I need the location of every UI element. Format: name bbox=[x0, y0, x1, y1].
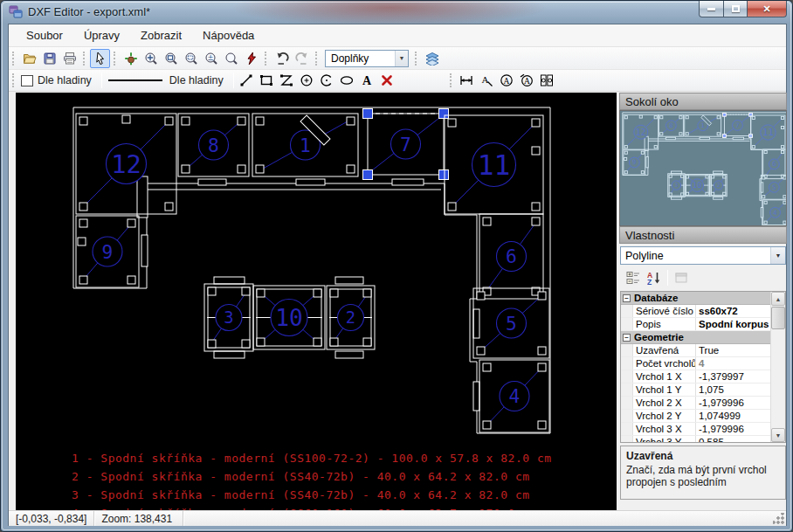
alphabetical-sort-button[interactable]: AZ bbox=[644, 268, 665, 287]
property-value[interactable]: 1,075 bbox=[696, 383, 771, 396]
svg-text:6: 6 bbox=[506, 245, 517, 267]
drawing-canvas[interactable]: 128171196543102 1 - Spodní skříňka - mod… bbox=[16, 93, 617, 511]
property-description-text: Značí, zda má být první vrchol propojen … bbox=[626, 464, 780, 488]
menu-item-napoveda[interactable]: Nápověda bbox=[192, 25, 265, 45]
print-button[interactable] bbox=[59, 49, 79, 68]
property-label: Vrchol 1 Y bbox=[633, 383, 696, 396]
svg-text:A: A bbox=[504, 77, 510, 86]
dimension-circle-alt-button[interactable]: A bbox=[517, 71, 537, 90]
color-by-layer-swatch[interactable] bbox=[21, 75, 33, 86]
categorized-view-button[interactable] bbox=[623, 268, 644, 287]
property-grid-scrollbar[interactable]: ▲ ▼ bbox=[770, 292, 785, 442]
menu-item-soubor[interactable]: Soubor bbox=[16, 25, 73, 45]
property-label: Vrchol 3 X bbox=[633, 423, 696, 435]
property-row[interactable]: Vrchol 3 Y0,585 bbox=[621, 436, 771, 443]
property-value[interactable]: 0,585 bbox=[696, 436, 771, 443]
redo-button[interactable] bbox=[292, 49, 312, 68]
dimension-circle-button[interactable]: A bbox=[497, 71, 517, 90]
svg-text:4: 4 bbox=[773, 209, 777, 217]
dim-text-icon: A bbox=[479, 73, 493, 87]
zoom-inout-icon: ± bbox=[204, 52, 218, 66]
undo-button[interactable] bbox=[272, 49, 292, 68]
ellipse-tool-button[interactable] bbox=[337, 71, 357, 90]
property-row[interactable]: Vrchol 3 X-1,979996 bbox=[621, 423, 771, 436]
minimize-icon bbox=[707, 8, 715, 10]
client-area: SouborÚpravyZobrazitNápověda ±Doplňky▼ D… bbox=[8, 24, 787, 526]
chevron-down-icon[interactable]: ▼ bbox=[770, 247, 785, 264]
zoom-button[interactable] bbox=[221, 49, 241, 68]
property-description-title: Uzavřená bbox=[626, 450, 780, 462]
cad-annotation-text: 1 - Spodní skříňka - moderní (SS100-72-2… bbox=[72, 449, 552, 511]
property-value[interactable]: -1,379997 bbox=[696, 370, 771, 383]
collapse-icon[interactable]: − bbox=[623, 334, 631, 342]
zoom-pan-button[interactable] bbox=[141, 49, 161, 68]
menu-item-zobrazit[interactable]: Zobrazit bbox=[130, 25, 192, 45]
regen-button[interactable] bbox=[241, 49, 261, 68]
maximize-button[interactable] bbox=[724, 1, 748, 17]
select-tool-button[interactable] bbox=[90, 49, 110, 68]
save-button[interactable] bbox=[39, 49, 59, 68]
dim-linear-icon bbox=[459, 73, 473, 87]
property-value[interactable]: -1,979996 bbox=[696, 423, 771, 435]
property-row[interactable]: Vrchol 2 Y1,074999 bbox=[621, 410, 771, 423]
scrollbar-thumb[interactable] bbox=[771, 307, 785, 329]
property-value[interactable]: ss60x72 bbox=[696, 305, 771, 317]
svg-text:6: 6 bbox=[772, 160, 776, 168]
zoom-inout-button[interactable]: ± bbox=[201, 49, 221, 68]
delete-button[interactable] bbox=[377, 71, 397, 90]
addons-dropdown[interactable]: Doplňky▼ bbox=[325, 50, 409, 67]
line-tool-button[interactable] bbox=[237, 71, 257, 90]
overview-minimap[interactable]: 128171196543102 bbox=[619, 110, 787, 226]
zoom-window-button[interactable] bbox=[161, 49, 181, 68]
property-value[interactable]: -1,979996 bbox=[696, 397, 771, 409]
svg-text:10: 10 bbox=[693, 181, 702, 190]
linetype-by-layer-sample[interactable] bbox=[108, 79, 162, 81]
svg-text:7: 7 bbox=[400, 134, 411, 155]
object-type-dropdown[interactable]: Polyline ▼ bbox=[620, 246, 786, 265]
svg-text:4: 4 bbox=[509, 385, 521, 407]
status-bar: [-0,033, -0,834] Zoom: 138,431 bbox=[9, 510, 786, 526]
mirror-button[interactable] bbox=[537, 71, 557, 90]
circle-tool-button[interactable] bbox=[297, 71, 317, 90]
svg-text:8: 8 bbox=[208, 135, 219, 156]
pan-button[interactable] bbox=[121, 49, 141, 68]
property-row[interactable]: UzavřenáTrue bbox=[621, 344, 771, 357]
zoom-extents-icon bbox=[184, 52, 198, 66]
property-value[interactable]: True bbox=[696, 344, 771, 356]
property-grid[interactable]: −DatabázeSériové čísloss60x72PopisSpodní… bbox=[620, 291, 786, 443]
close-button[interactable]: ✕ bbox=[748, 1, 787, 17]
close-icon: ✕ bbox=[762, 3, 770, 15]
rectangle-tool-button[interactable] bbox=[257, 71, 277, 90]
svg-text:A: A bbox=[524, 77, 530, 86]
property-row[interactable]: Sériové čísloss60x72 bbox=[621, 305, 771, 318]
open-button[interactable] bbox=[19, 49, 39, 68]
collapse-icon[interactable]: − bbox=[623, 294, 631, 302]
dimension-text-button[interactable]: A bbox=[477, 71, 497, 90]
scroll-down-icon[interactable]: ▼ bbox=[771, 428, 785, 442]
window-title: DXF Editor - export.xml* bbox=[28, 5, 150, 18]
polyline-tool-button[interactable] bbox=[277, 71, 297, 90]
layers-button[interactable] bbox=[422, 49, 442, 68]
chevron-down-icon[interactable]: ▼ bbox=[395, 51, 408, 66]
property-value[interactable]: 1,074999 bbox=[696, 410, 771, 422]
minimize-button[interactable] bbox=[699, 1, 724, 17]
zoom-pan-icon bbox=[144, 52, 158, 66]
arc-tool-button[interactable] bbox=[317, 71, 337, 90]
scroll-up-icon[interactable]: ▲ bbox=[771, 292, 785, 306]
property-row[interactable]: Vrchol 2 X-1,979996 bbox=[621, 397, 771, 410]
resize-grip[interactable] bbox=[773, 513, 784, 524]
menu-item-upravy[interactable]: Úpravy bbox=[73, 25, 130, 45]
row-margin bbox=[621, 305, 633, 317]
title-bar[interactable]: DXF Editor - export.xml* ✕ bbox=[1, 1, 793, 24]
property-value[interactable]: 4 bbox=[696, 357, 771, 370]
zoom-extents-button[interactable] bbox=[181, 49, 201, 68]
dimension-linear-button[interactable] bbox=[457, 71, 477, 90]
property-category-row[interactable]: −Geometrie bbox=[621, 331, 771, 344]
text-tool-button[interactable]: A bbox=[357, 71, 377, 90]
property-row[interactable]: Vrchol 1 Y1,075 bbox=[621, 383, 771, 397]
property-category-row[interactable]: −Databáze bbox=[621, 292, 771, 305]
property-row[interactable]: Vrchol 1 X-1,379997 bbox=[621, 370, 771, 383]
property-row[interactable]: PopisSpodní korpus bbox=[621, 318, 771, 331]
property-row[interactable]: Počet vrcholů4 bbox=[621, 357, 771, 370]
property-value[interactable]: Spodní korpus bbox=[696, 318, 771, 330]
